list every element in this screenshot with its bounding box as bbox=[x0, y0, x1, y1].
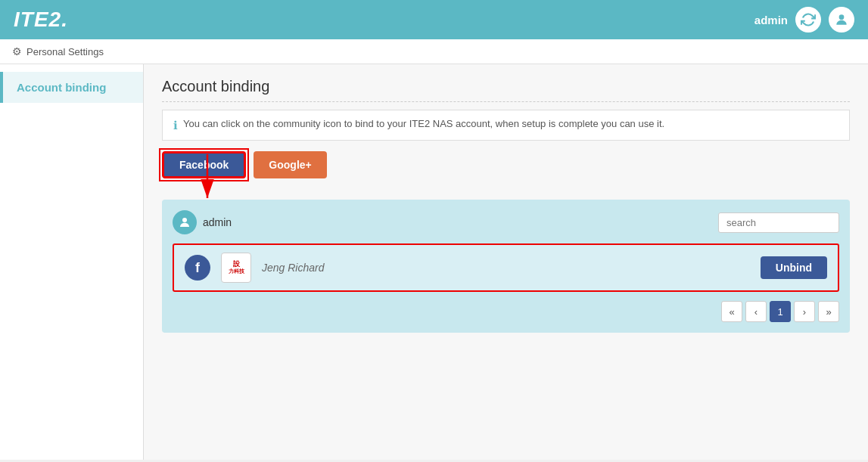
company-logo: 設 力科技 bbox=[221, 253, 251, 283]
breadcrumb: ⚙ Personal Settings bbox=[0, 39, 868, 64]
pagination-last[interactable]: » bbox=[818, 301, 839, 322]
content-area: Account binding ℹ You can click on the c… bbox=[144, 64, 868, 460]
user-icon[interactable] bbox=[829, 7, 854, 33]
svg-point-0 bbox=[839, 14, 845, 20]
pagination: « ‹ 1 › » bbox=[173, 301, 839, 322]
facebook-btn-wrapper: Facebook bbox=[162, 151, 246, 178]
pagination-current[interactable]: 1 bbox=[770, 301, 791, 322]
bound-username: Jeng Richard bbox=[262, 262, 750, 274]
social-buttons-row: Facebook Google+ bbox=[162, 151, 327, 178]
facebook-circle-icon: f bbox=[185, 255, 210, 281]
unbind-button[interactable]: Unbind bbox=[761, 256, 827, 279]
search-input[interactable] bbox=[718, 212, 839, 233]
header-right: admin bbox=[754, 7, 854, 33]
table-header-row: admin bbox=[173, 210, 839, 234]
button-row-wrapper: Facebook Google+ bbox=[162, 151, 327, 189]
breadcrumb-text: Personal Settings bbox=[26, 46, 104, 57]
page-title: Account binding bbox=[162, 78, 850, 102]
google-button[interactable]: Google+ bbox=[254, 151, 326, 178]
app-logo: ITE2. bbox=[14, 8, 68, 32]
pagination-prev[interactable]: ‹ bbox=[745, 301, 767, 322]
company-logo-text: 設 力科技 bbox=[229, 261, 244, 274]
admin-row-left: admin bbox=[173, 210, 232, 234]
sidebar-item-account-binding[interactable]: Account binding bbox=[0, 72, 143, 103]
avatar bbox=[173, 210, 197, 234]
info-text: You can click on the community icon to b… bbox=[183, 118, 664, 129]
pagination-first[interactable]: « bbox=[721, 301, 742, 322]
svg-point-1 bbox=[182, 218, 187, 222]
header: ITE2. admin bbox=[0, 0, 868, 39]
table-area: admin f 設 力科技 Jeng Richard Unbind bbox=[162, 200, 850, 333]
admin-label: admin bbox=[754, 14, 788, 26]
admin-username: admin bbox=[203, 216, 232, 228]
facebook-button[interactable]: Facebook bbox=[162, 151, 246, 178]
refresh-icon[interactable] bbox=[795, 7, 821, 33]
main-layout: Account binding Account binding ℹ You ca… bbox=[0, 64, 868, 460]
binding-record-row: f 設 力科技 Jeng Richard Unbind bbox=[173, 243, 839, 292]
info-box: ℹ You can click on the community icon to… bbox=[162, 110, 850, 141]
info-icon: ℹ bbox=[173, 119, 178, 132]
gear-icon: ⚙ bbox=[12, 45, 22, 57]
sidebar: Account binding bbox=[0, 64, 144, 460]
pagination-next[interactable]: › bbox=[794, 301, 815, 322]
